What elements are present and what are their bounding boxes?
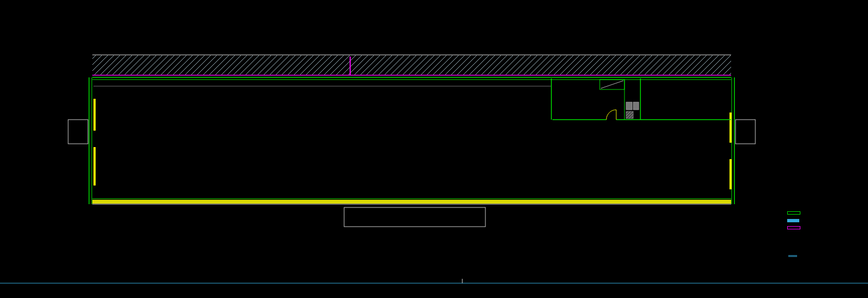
canopy-hatch (92, 55, 731, 75)
south-canopy-outline (344, 207, 485, 227)
equipment-box (633, 102, 639, 110)
floor-plan-drawing (0, 0, 868, 298)
left-exterior-platform (68, 120, 88, 144)
cad-floorplan-canvas (0, 0, 868, 298)
legend (787, 207, 867, 230)
right-exterior-platform (736, 120, 755, 144)
legend-swatch-block-wall (787, 211, 800, 215)
left-wall-window (93, 147, 96, 185)
office-door-swing (606, 110, 616, 120)
shaft-hatch (626, 111, 633, 119)
window-sill-band (92, 200, 731, 204)
legend-swatch-gypsum-wall (787, 226, 800, 229)
right-wall-window (729, 113, 732, 143)
left-wall-window (93, 99, 96, 131)
equipment-box (626, 102, 632, 110)
vent-shaft-diagonal (601, 81, 623, 88)
legend-item-gypsum (787, 226, 867, 229)
sheet-title (788, 254, 797, 257)
legend-swatch-glass-partition (787, 219, 799, 222)
right-wall-window (729, 159, 732, 189)
legend-item-glass (787, 218, 867, 222)
legend-item-block-wall (787, 211, 867, 215)
